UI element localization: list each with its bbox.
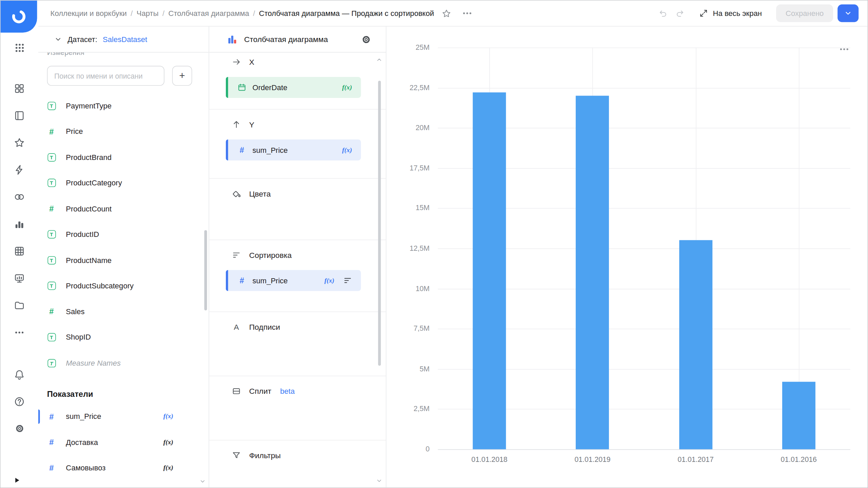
datalens-logo[interactable] bbox=[1, 1, 37, 33]
y-axis-tick: 5M bbox=[387, 365, 430, 373]
ellipsis-icon bbox=[14, 327, 24, 337]
measure-field-icon: # bbox=[47, 464, 56, 472]
expand-icon bbox=[699, 9, 708, 18]
hash-icon: # bbox=[237, 277, 246, 285]
gridline bbox=[438, 47, 850, 48]
string-field-icon: T bbox=[47, 256, 56, 264]
sidebar-button-squares[interactable] bbox=[1, 75, 38, 102]
string-field-icon: T bbox=[47, 153, 56, 161]
squares-icon bbox=[14, 83, 25, 94]
sort-icon[interactable] bbox=[343, 276, 352, 285]
redo-icon[interactable] bbox=[675, 8, 685, 18]
breadcrumb-separator: / bbox=[131, 9, 133, 17]
x-axis-label: 01.01.2017 bbox=[657, 455, 734, 464]
config-section-header: Цвета bbox=[231, 187, 386, 200]
field-row[interactable]: #ProductCount bbox=[38, 196, 209, 222]
sidebar-collapse-play-icon[interactable] bbox=[14, 477, 21, 484]
sidebar-button-ellipsis[interactable] bbox=[1, 319, 38, 346]
sidebar-button-book[interactable] bbox=[1, 102, 38, 129]
bar-01.01.2016[interactable] bbox=[782, 382, 815, 449]
clipped-section-title: Измерения bbox=[47, 53, 209, 58]
measure-row[interactable]: #Доставкаf(x) bbox=[38, 429, 209, 455]
scroll-up-chevron-icon[interactable] bbox=[376, 57, 383, 63]
field-label: ProductCount bbox=[66, 205, 112, 213]
config-section-header: X bbox=[231, 56, 386, 68]
field-label: sum_Price bbox=[66, 412, 101, 421]
undo-icon[interactable] bbox=[658, 8, 668, 18]
sidebar-button-gear[interactable] bbox=[1, 415, 38, 442]
field-row[interactable]: TPaymentType bbox=[38, 93, 209, 119]
sidebar-button-monitor[interactable] bbox=[1, 264, 38, 291]
field-label: Price bbox=[66, 127, 83, 136]
breadcrumb-more-icon[interactable] bbox=[462, 8, 472, 18]
config-section-header: Y bbox=[231, 118, 386, 130]
field-row[interactable]: TProductSubcategory bbox=[38, 273, 209, 299]
dataset-name-link[interactable]: SalesDataset bbox=[103, 35, 147, 43]
sidebar-apps-group bbox=[1, 34, 38, 61]
number-field-icon: # bbox=[47, 308, 56, 316]
scroll-down-chevron-icon[interactable] bbox=[199, 478, 206, 485]
sidebar-button-rings[interactable] bbox=[1, 183, 38, 210]
field-label: ProductSubcategory bbox=[66, 282, 134, 290]
chevron-down-icon bbox=[844, 9, 852, 17]
field-chip-OrderDate[interactable]: OrderDatef(x) bbox=[226, 77, 361, 98]
y-axis-tick: 17,5M bbox=[387, 164, 430, 172]
sidebar-button-bar-chart[interactable] bbox=[1, 210, 38, 237]
y-axis-tick: 15M bbox=[387, 204, 430, 212]
field-label: ProductBrand bbox=[66, 153, 112, 161]
add-field-button[interactable]: + bbox=[172, 66, 192, 86]
sidebar-button-folder[interactable] bbox=[1, 291, 38, 319]
sidebar-button-help[interactable] bbox=[1, 388, 38, 415]
config-section-x: XOrderDatef(x) bbox=[209, 53, 386, 109]
field-row[interactable]: TProductCategory bbox=[38, 170, 209, 196]
dataset-panel-scrollbar[interactable] bbox=[204, 230, 207, 310]
field-row[interactable]: TProductName bbox=[38, 247, 209, 273]
saved-button[interactable]: Сохранено bbox=[776, 4, 833, 22]
field-chip-sum_Price[interactable]: #sum_Pricef(x) bbox=[226, 270, 361, 291]
measure-list: #sum_Pricef(x)#Доставкаf(x)#Самовывозf(x… bbox=[38, 404, 209, 481]
config-section-labels: AПодписи bbox=[209, 312, 386, 376]
sidebar-button-lightning[interactable] bbox=[1, 156, 38, 183]
field-row[interactable]: TShopID bbox=[38, 325, 209, 350]
y-axis-tick: 7,5M bbox=[387, 324, 430, 333]
favorite-star-icon[interactable] bbox=[442, 8, 451, 18]
chart-menu-ellipsis-icon[interactable] bbox=[839, 44, 849, 54]
field-row[interactable]: TMeasure Names bbox=[38, 350, 209, 376]
split-icon bbox=[231, 387, 241, 395]
string-field-icon: T bbox=[47, 179, 56, 187]
field-label: Measure Names bbox=[66, 359, 121, 367]
label-a-icon: A bbox=[231, 323, 241, 331]
chevron-down-icon[interactable] bbox=[54, 35, 62, 43]
fullscreen-button[interactable]: На весь экран bbox=[699, 9, 762, 18]
chart-settings-gear-icon[interactable] bbox=[361, 34, 371, 44]
breadcrumb-link[interactable]: Столбчатая диаграмма bbox=[169, 9, 249, 17]
bar-01.01.2018[interactable] bbox=[473, 93, 506, 449]
field-label: ProductCategory bbox=[66, 179, 122, 187]
save-dropdown-button[interactable] bbox=[837, 4, 859, 22]
config-panel-scrollbar[interactable] bbox=[378, 81, 381, 366]
bar-01.01.2017[interactable] bbox=[679, 240, 712, 449]
breadcrumb-link[interactable]: Коллекции и воркбуки bbox=[51, 9, 127, 17]
breadcrumb-link[interactable]: Чарты bbox=[137, 9, 159, 17]
measure-row[interactable]: #sum_Pricef(x) bbox=[38, 404, 209, 429]
gear-icon bbox=[14, 423, 25, 434]
y-axis-tick: 22,5M bbox=[387, 83, 430, 92]
sidebar-button-grid[interactable] bbox=[1, 237, 38, 264]
field-chip-sum_Price[interactable]: #sum_Pricef(x) bbox=[226, 139, 361, 160]
field-row[interactable]: TProductBrand bbox=[38, 144, 209, 170]
measure-row[interactable]: #Самовывозf(x) bbox=[38, 455, 209, 481]
field-search-input[interactable] bbox=[47, 66, 164, 86]
formula-icon: f(x) bbox=[342, 83, 352, 92]
field-row[interactable]: #Sales bbox=[38, 299, 209, 325]
field-row[interactable]: #Price bbox=[38, 119, 209, 144]
sidebar-button-star[interactable] bbox=[1, 129, 38, 156]
scroll-down-chevron-icon[interactable] bbox=[376, 477, 383, 484]
dataset-panel: Датасет: SalesDataset Измерения + TPayme… bbox=[38, 26, 209, 487]
field-row[interactable]: TProductID bbox=[38, 222, 209, 247]
chart-config-panel: Столбчатая диаграмма XOrderDatef(x)Y#sum… bbox=[209, 26, 386, 487]
sidebar-button-apps-grid[interactable] bbox=[1, 34, 38, 61]
formula-icon: f(x) bbox=[324, 277, 334, 285]
sidebar-button-bell[interactable] bbox=[1, 361, 38, 388]
bar-01.01.2019[interactable] bbox=[576, 96, 609, 449]
measure-field-icon: # bbox=[47, 412, 56, 421]
